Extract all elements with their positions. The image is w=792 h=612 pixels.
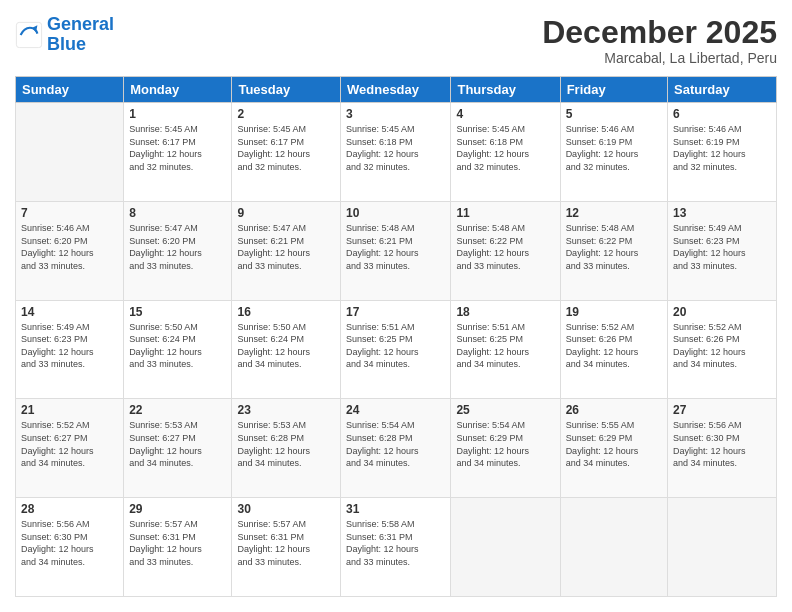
calendar-cell: 26Sunrise: 5:55 AM Sunset: 6:29 PM Dayli… <box>560 399 667 498</box>
logo: General Blue <box>15 15 114 55</box>
calendar-cell: 1Sunrise: 5:45 AM Sunset: 6:17 PM Daylig… <box>124 103 232 202</box>
col-saturday: Saturday <box>668 77 777 103</box>
calendar-cell: 6Sunrise: 5:46 AM Sunset: 6:19 PM Daylig… <box>668 103 777 202</box>
day-info: Sunrise: 5:45 AM Sunset: 6:17 PM Dayligh… <box>129 123 226 173</box>
day-number: 16 <box>237 305 335 319</box>
calendar-cell: 3Sunrise: 5:45 AM Sunset: 6:18 PM Daylig… <box>341 103 451 202</box>
calendar-cell: 13Sunrise: 5:49 AM Sunset: 6:23 PM Dayli… <box>668 201 777 300</box>
day-number: 10 <box>346 206 445 220</box>
day-info: Sunrise: 5:52 AM Sunset: 6:27 PM Dayligh… <box>21 419 118 469</box>
week-row-5: 28Sunrise: 5:56 AM Sunset: 6:30 PM Dayli… <box>16 498 777 597</box>
day-number: 11 <box>456 206 554 220</box>
logo-line1: General <box>47 14 114 34</box>
day-info: Sunrise: 5:48 AM Sunset: 6:21 PM Dayligh… <box>346 222 445 272</box>
day-number: 9 <box>237 206 335 220</box>
day-number: 22 <box>129 403 226 417</box>
day-info: Sunrise: 5:46 AM Sunset: 6:19 PM Dayligh… <box>566 123 662 173</box>
calendar-cell: 30Sunrise: 5:57 AM Sunset: 6:31 PM Dayli… <box>232 498 341 597</box>
day-info: Sunrise: 5:57 AM Sunset: 6:31 PM Dayligh… <box>129 518 226 568</box>
logo-icon <box>15 21 43 49</box>
calendar-cell: 19Sunrise: 5:52 AM Sunset: 6:26 PM Dayli… <box>560 300 667 399</box>
col-monday: Monday <box>124 77 232 103</box>
day-info: Sunrise: 5:56 AM Sunset: 6:30 PM Dayligh… <box>21 518 118 568</box>
day-number: 13 <box>673 206 771 220</box>
day-info: Sunrise: 5:49 AM Sunset: 6:23 PM Dayligh… <box>673 222 771 272</box>
calendar-cell: 24Sunrise: 5:54 AM Sunset: 6:28 PM Dayli… <box>341 399 451 498</box>
calendar-cell: 17Sunrise: 5:51 AM Sunset: 6:25 PM Dayli… <box>341 300 451 399</box>
day-number: 26 <box>566 403 662 417</box>
svg-rect-0 <box>16 22 41 47</box>
day-number: 25 <box>456 403 554 417</box>
day-number: 14 <box>21 305 118 319</box>
calendar-cell: 9Sunrise: 5:47 AM Sunset: 6:21 PM Daylig… <box>232 201 341 300</box>
day-info: Sunrise: 5:53 AM Sunset: 6:28 PM Dayligh… <box>237 419 335 469</box>
day-number: 2 <box>237 107 335 121</box>
day-info: Sunrise: 5:48 AM Sunset: 6:22 PM Dayligh… <box>456 222 554 272</box>
calendar-cell: 21Sunrise: 5:52 AM Sunset: 6:27 PM Dayli… <box>16 399 124 498</box>
calendar-cell: 22Sunrise: 5:53 AM Sunset: 6:27 PM Dayli… <box>124 399 232 498</box>
day-info: Sunrise: 5:58 AM Sunset: 6:31 PM Dayligh… <box>346 518 445 568</box>
day-number: 21 <box>21 403 118 417</box>
calendar-cell: 10Sunrise: 5:48 AM Sunset: 6:21 PM Dayli… <box>341 201 451 300</box>
day-number: 18 <box>456 305 554 319</box>
day-number: 7 <box>21 206 118 220</box>
day-info: Sunrise: 5:57 AM Sunset: 6:31 PM Dayligh… <box>237 518 335 568</box>
calendar-cell: 18Sunrise: 5:51 AM Sunset: 6:25 PM Dayli… <box>451 300 560 399</box>
day-info: Sunrise: 5:50 AM Sunset: 6:24 PM Dayligh… <box>129 321 226 371</box>
day-info: Sunrise: 5:45 AM Sunset: 6:18 PM Dayligh… <box>456 123 554 173</box>
day-info: Sunrise: 5:45 AM Sunset: 6:17 PM Dayligh… <box>237 123 335 173</box>
day-info: Sunrise: 5:56 AM Sunset: 6:30 PM Dayligh… <box>673 419 771 469</box>
calendar-cell: 16Sunrise: 5:50 AM Sunset: 6:24 PM Dayli… <box>232 300 341 399</box>
day-info: Sunrise: 5:51 AM Sunset: 6:25 PM Dayligh… <box>346 321 445 371</box>
day-number: 28 <box>21 502 118 516</box>
calendar-cell: 27Sunrise: 5:56 AM Sunset: 6:30 PM Dayli… <box>668 399 777 498</box>
day-number: 1 <box>129 107 226 121</box>
calendar-cell: 20Sunrise: 5:52 AM Sunset: 6:26 PM Dayli… <box>668 300 777 399</box>
calendar-cell: 7Sunrise: 5:46 AM Sunset: 6:20 PM Daylig… <box>16 201 124 300</box>
day-info: Sunrise: 5:52 AM Sunset: 6:26 PM Dayligh… <box>673 321 771 371</box>
location-subtitle: Marcabal, La Libertad, Peru <box>542 50 777 66</box>
day-info: Sunrise: 5:51 AM Sunset: 6:25 PM Dayligh… <box>456 321 554 371</box>
calendar-cell <box>451 498 560 597</box>
day-number: 27 <box>673 403 771 417</box>
day-number: 8 <box>129 206 226 220</box>
header: General Blue December 2025 Marcabal, La … <box>15 15 777 66</box>
day-number: 5 <box>566 107 662 121</box>
day-number: 12 <box>566 206 662 220</box>
day-info: Sunrise: 5:50 AM Sunset: 6:24 PM Dayligh… <box>237 321 335 371</box>
day-info: Sunrise: 5:45 AM Sunset: 6:18 PM Dayligh… <box>346 123 445 173</box>
header-row: Sunday Monday Tuesday Wednesday Thursday… <box>16 77 777 103</box>
calendar-cell: 31Sunrise: 5:58 AM Sunset: 6:31 PM Dayli… <box>341 498 451 597</box>
day-info: Sunrise: 5:53 AM Sunset: 6:27 PM Dayligh… <box>129 419 226 469</box>
calendar-cell <box>560 498 667 597</box>
calendar-cell: 2Sunrise: 5:45 AM Sunset: 6:17 PM Daylig… <box>232 103 341 202</box>
day-info: Sunrise: 5:55 AM Sunset: 6:29 PM Dayligh… <box>566 419 662 469</box>
day-info: Sunrise: 5:54 AM Sunset: 6:28 PM Dayligh… <box>346 419 445 469</box>
calendar-cell: 8Sunrise: 5:47 AM Sunset: 6:20 PM Daylig… <box>124 201 232 300</box>
day-info: Sunrise: 5:49 AM Sunset: 6:23 PM Dayligh… <box>21 321 118 371</box>
day-info: Sunrise: 5:52 AM Sunset: 6:26 PM Dayligh… <box>566 321 662 371</box>
day-info: Sunrise: 5:54 AM Sunset: 6:29 PM Dayligh… <box>456 419 554 469</box>
col-sunday: Sunday <box>16 77 124 103</box>
week-row-3: 14Sunrise: 5:49 AM Sunset: 6:23 PM Dayli… <box>16 300 777 399</box>
calendar-cell: 15Sunrise: 5:50 AM Sunset: 6:24 PM Dayli… <box>124 300 232 399</box>
day-info: Sunrise: 5:48 AM Sunset: 6:22 PM Dayligh… <box>566 222 662 272</box>
title-block: December 2025 Marcabal, La Libertad, Per… <box>542 15 777 66</box>
calendar-cell: 5Sunrise: 5:46 AM Sunset: 6:19 PM Daylig… <box>560 103 667 202</box>
month-title: December 2025 <box>542 15 777 50</box>
calendar-cell: 4Sunrise: 5:45 AM Sunset: 6:18 PM Daylig… <box>451 103 560 202</box>
col-thursday: Thursday <box>451 77 560 103</box>
day-number: 24 <box>346 403 445 417</box>
logo-text: General Blue <box>47 15 114 55</box>
week-row-4: 21Sunrise: 5:52 AM Sunset: 6:27 PM Dayli… <box>16 399 777 498</box>
day-number: 6 <box>673 107 771 121</box>
col-tuesday: Tuesday <box>232 77 341 103</box>
calendar-cell <box>668 498 777 597</box>
day-number: 31 <box>346 502 445 516</box>
calendar-cell: 11Sunrise: 5:48 AM Sunset: 6:22 PM Dayli… <box>451 201 560 300</box>
day-number: 15 <box>129 305 226 319</box>
day-number: 30 <box>237 502 335 516</box>
day-number: 3 <box>346 107 445 121</box>
calendar-cell <box>16 103 124 202</box>
day-info: Sunrise: 5:46 AM Sunset: 6:20 PM Dayligh… <box>21 222 118 272</box>
